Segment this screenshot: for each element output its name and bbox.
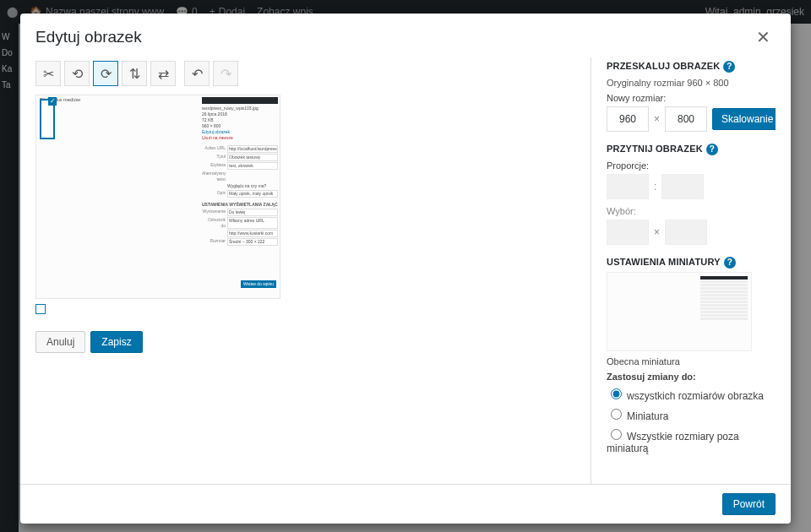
flip-horizontal-icon[interactable]: ⇄ <box>150 61 176 86</box>
apply-to-radios: wszystkich rozmiarów obrazka Miniatura W… <box>607 386 776 454</box>
thumb-heading: USTAWIENIA MINIATURY? <box>607 257 776 269</box>
sel-width-input[interactable] <box>607 220 649 245</box>
back-button[interactable]: Powrót <box>722 493 776 515</box>
help-icon[interactable]: ? <box>706 144 718 155</box>
undo-icon[interactable]: ↶ <box>184 61 210 86</box>
save-button[interactable]: Zapisz <box>90 331 142 353</box>
sel-height-input[interactable] <box>665 220 707 245</box>
times-icon: × <box>654 113 660 125</box>
check-icon: ✓ <box>48 97 57 106</box>
help-icon[interactable]: ? <box>724 257 736 269</box>
apply-all-option[interactable]: wszystkich rozmiarów obrazka <box>607 386 776 402</box>
flip-vertical-icon[interactable]: ⇅ <box>122 61 147 86</box>
resize-handle[interactable] <box>35 304 46 314</box>
modal-title: Edytuj obrazek <box>35 28 142 46</box>
apply-thumb-option[interactable]: Miniatura <box>607 406 776 422</box>
scale-heading: PRZESKALUJ OBRAZEK? <box>607 61 776 73</box>
image-preview[interactable]: Biblioteka mediów ✓ wordpress_nowy_wpis1… <box>35 95 280 299</box>
image-tools-toolbar: ✂ ⟲ ⟳ ⇅ ⇄ ↶ ↷ <box>35 61 591 86</box>
new-size-label: Nowy rozmiar: <box>607 93 776 103</box>
cancel-button[interactable]: Anuluj <box>35 331 85 353</box>
close-icon[interactable]: ✕ <box>751 25 776 49</box>
crop-heading: PRZYTNIJ OBRAZEK? <box>607 144 776 155</box>
redo-icon[interactable]: ↷ <box>213 61 238 86</box>
apply-label: Zastosuj zmiany do: <box>607 372 776 382</box>
aspect-y-input[interactable] <box>661 174 704 199</box>
editor-sidebar: PRZESKALUJ OBRAZEK? Oryginalny rozmiar 9… <box>591 57 776 484</box>
thumbnail-preview <box>607 272 752 351</box>
crop-icon[interactable]: ✂ <box>35 61 61 86</box>
attachment-details: wordpress_nowy_wpis103.jpg 26 lipca 2018… <box>202 97 278 290</box>
image-editor-modal: Edytuj obrazek ✕ ✂ ⟲ ⟳ ⇅ ⇄ ↶ ↷ Bibliotek… <box>20 14 791 524</box>
aspect-x-input[interactable] <box>607 174 649 199</box>
original-size: Oryginalny rozmiar 960 × 800 <box>607 78 776 88</box>
help-icon[interactable]: ? <box>723 61 735 73</box>
apply-except-option[interactable]: Wszystkie rozmiary poza miniaturą <box>607 426 776 454</box>
aspect-label: Proporcje: <box>607 160 776 171</box>
current-thumb-label: Obecna miniatura <box>607 356 776 366</box>
scale-width-input[interactable] <box>607 106 649 132</box>
selection-label: Wybór: <box>607 206 776 216</box>
scale-height-input[interactable] <box>665 106 707 132</box>
rotate-right-icon[interactable]: ⟳ <box>93 61 118 86</box>
rotate-left-icon[interactable]: ⟲ <box>64 61 90 86</box>
scale-button[interactable]: Skalowanie <box>712 108 776 130</box>
